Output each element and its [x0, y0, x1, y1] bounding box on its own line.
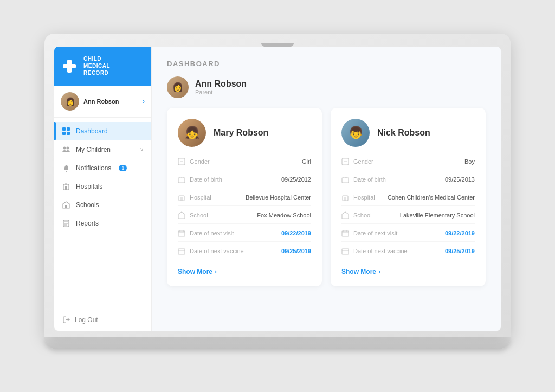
user-avatar: 👩 [61, 92, 79, 111]
child-header-mary: 👧 Mary Robson [178, 119, 311, 147]
next-visit-row-mary: Date of next visit 09/22/2019 [178, 229, 311, 242]
svg-rect-5 [67, 132, 70, 135]
show-more-nick[interactable]: Show More › [341, 268, 475, 275]
next-vaccine-label-group-mary: Date of next vaccine [178, 247, 244, 255]
dob-row-mary: Date of birth 09/25/2012 [178, 176, 311, 188]
dob-row-nick: Date of birth 09/25/2013 [341, 176, 475, 188]
sidebar-item-reports[interactable]: Reports [54, 214, 151, 233]
children-icon [62, 145, 70, 154]
calendar-icon-nick [341, 229, 349, 237]
school-label-nick: School [353, 212, 372, 219]
sidebar-item-hospitals-label: Hospitals [76, 183, 102, 190]
sidebar-item-dashboard-label: Dashboard [76, 127, 108, 135]
main-content: DASHBOARD 👩 Ann Robson Parent [152, 47, 501, 331]
child-name-nick: Nick Robson [377, 128, 430, 138]
children-grid: 👧 Mary Robson Gender [167, 108, 486, 286]
svg-marker-27 [178, 212, 185, 219]
school-row-mary: School Fox Meadow School [178, 211, 311, 224]
school-value-mary: Fox Meadow School [257, 212, 311, 219]
svg-rect-4 [62, 132, 66, 135]
cake-icon [178, 176, 185, 183]
laptop-wrapper: CHILD MEDICAL RECORD 👩 Ann Robson › [44, 34, 511, 359]
logout-icon [62, 316, 70, 324]
show-more-mary-label: Show More [178, 268, 212, 275]
my-children-chevron-icon: ∨ [140, 146, 144, 152]
hospital-label-nick: Hospital [353, 194, 375, 201]
child-avatar-nick: 👦 [341, 119, 370, 147]
user-name: Ann Robson [83, 98, 138, 105]
grid-icon [62, 127, 70, 136]
svg-point-6 [63, 146, 66, 149]
calendar-icon-mary [178, 229, 185, 237]
gender-label-group-mary: Gender [178, 158, 210, 165]
school-icon [62, 201, 70, 209]
child-card-nick: 👦 Nick Robson Gender [331, 108, 486, 286]
sidebar-item-hospitals[interactable]: Hospitals [54, 177, 151, 196]
sidebar-item-schools[interactable]: Schools [54, 196, 151, 214]
child-avatar-mary-image: 👧 [178, 119, 206, 147]
syringe-icon-mary [178, 247, 185, 255]
school-label: School [190, 212, 208, 219]
sidebar-item-my-children-label: My Children [76, 146, 111, 153]
sidebar-item-my-children[interactable]: My Children ∨ [54, 140, 151, 159]
svg-rect-2 [62, 127, 66, 131]
child-name-mary: Mary Robson [214, 128, 268, 138]
child-header-nick: 👦 Nick Robson [341, 119, 475, 147]
svg-point-7 [67, 146, 69, 149]
svg-rect-3 [67, 127, 70, 131]
laptop-screen: CHILD MEDICAL RECORD 👩 Ann Robson › [54, 47, 501, 331]
next-vaccine-row-mary: Date of next vaccine 09/25/2019 [178, 247, 311, 259]
next-vaccine-label-nick: Date of next vaccine [353, 248, 408, 254]
page-title: DASHBOARD [167, 60, 486, 68]
next-visit-value-mary: 09/22/2019 [281, 230, 311, 236]
user-section[interactable]: 👩 Ann Robson › [54, 86, 151, 118]
logout-button[interactable]: Log Out [54, 309, 151, 331]
sidebar-header: CHILD MEDICAL RECORD [54, 47, 151, 86]
school-label-group-mary: School [178, 211, 208, 219]
hospital-label-group-nick: Hospital [341, 194, 375, 201]
hospital-value-nick: Cohen Children's Medical Center [388, 194, 475, 201]
sidebar-item-reports-label: Reports [76, 220, 99, 227]
dob-label: Date of birth [190, 176, 222, 183]
hospital-row-icon [178, 194, 185, 201]
school-row-nick: School Lakeville Elementary School [341, 211, 475, 224]
parent-info: Ann Robson Parent [195, 79, 247, 95]
sidebar-item-dashboard[interactable]: Dashboard [54, 122, 151, 140]
nav-items: Dashboard My Childr [54, 118, 151, 309]
gender-icon-nick [341, 158, 349, 165]
school-value-nick: Lakeville Elementary School [400, 212, 475, 219]
school-row-icon [178, 211, 185, 219]
hospital-icon [62, 182, 70, 191]
parent-header: 👩 Ann Robson Parent [167, 76, 486, 98]
gender-value-nick: Boy [464, 158, 475, 165]
school-row-icon-nick [341, 211, 349, 219]
cross-icon [61, 57, 78, 75]
user-info: Ann Robson [83, 98, 138, 105]
show-more-nick-icon: › [378, 268, 380, 275]
next-visit-label-group-nick: Date of next visit [341, 229, 397, 237]
sidebar-item-notifications[interactable]: Notifications 1 [54, 159, 151, 177]
svg-rect-41 [344, 197, 346, 201]
next-vaccine-value-mary: 09/25/2019 [281, 248, 311, 254]
show-more-mary[interactable]: Show More › [178, 268, 311, 275]
dob-label-group-mary: Date of birth [178, 176, 222, 183]
child-avatar-mary: 👧 [178, 119, 206, 147]
svg-rect-36 [342, 178, 349, 183]
child-info-rows-nick: Gender Boy Date of birth 09/25/2 [341, 158, 475, 259]
gender-row-nick: Gender Boy [341, 158, 475, 170]
svg-rect-26 [180, 197, 183, 201]
sidebar-item-schools-label: Schools [76, 201, 99, 209]
hospital-row-icon-nick [341, 194, 349, 201]
app-title: CHILD MEDICAL RECORD [83, 55, 110, 76]
next-vaccine-value-nick: 09/25/2019 [445, 248, 475, 254]
svg-rect-32 [178, 249, 185, 254]
gender-label: Gender [190, 158, 210, 165]
next-vaccine-row-nick: Date of next vaccine 09/25/2019 [341, 247, 475, 259]
hospital-row-nick: Hospital Cohen Children's Medical Center [341, 194, 475, 206]
show-more-nick-label: Show More [341, 268, 376, 275]
logout-label: Log Out [75, 316, 98, 324]
dob-label-nick: Date of birth [353, 176, 386, 183]
next-vaccine-label: Date of next vaccine [190, 248, 244, 254]
svg-rect-11 [65, 183, 67, 185]
dob-value-nick: 09/25/2013 [445, 176, 475, 183]
